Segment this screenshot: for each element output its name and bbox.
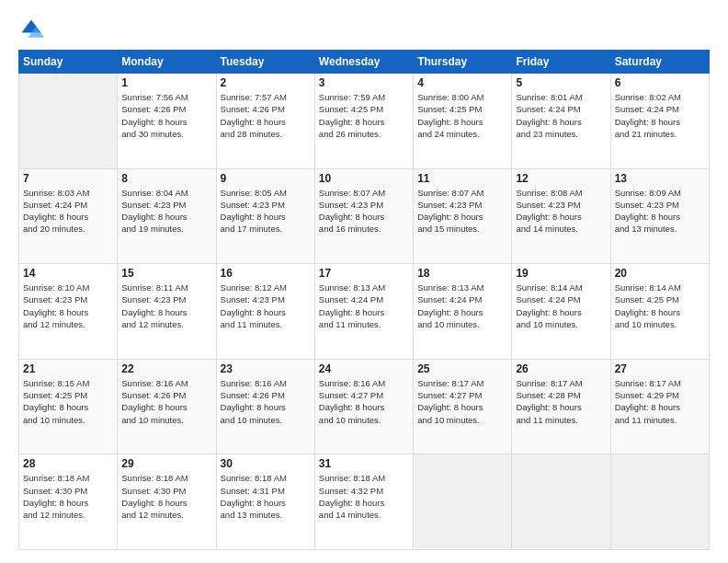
calendar-cell: 17Sunrise: 8:13 AM Sunset: 4:24 PM Dayli… bbox=[314, 264, 413, 360]
header bbox=[18, 17, 710, 42]
calendar-cell: 21Sunrise: 8:15 AM Sunset: 4:25 PM Dayli… bbox=[19, 359, 118, 454]
calendar-cell: 27Sunrise: 8:17 AM Sunset: 4:29 PM Dayli… bbox=[610, 359, 709, 454]
day-info: Sunrise: 8:07 AM Sunset: 4:23 PM Dayligh… bbox=[319, 187, 409, 236]
day-info: Sunrise: 8:08 AM Sunset: 4:23 PM Dayligh… bbox=[516, 187, 606, 236]
calendar-week-row: 14Sunrise: 8:10 AM Sunset: 4:23 PM Dayli… bbox=[19, 264, 710, 360]
day-number: 17 bbox=[319, 267, 409, 280]
day-number: 6 bbox=[615, 76, 705, 89]
day-number: 25 bbox=[417, 362, 507, 375]
calendar-cell: 31Sunrise: 8:18 AM Sunset: 4:32 PM Dayli… bbox=[314, 454, 413, 550]
day-info: Sunrise: 8:16 AM Sunset: 4:26 PM Dayligh… bbox=[221, 377, 311, 426]
calendar-cell bbox=[19, 74, 118, 169]
calendar-cell: 12Sunrise: 8:08 AM Sunset: 4:23 PM Dayli… bbox=[512, 168, 610, 264]
calendar-cell: 11Sunrise: 8:07 AM Sunset: 4:23 PM Dayli… bbox=[414, 168, 512, 264]
calendar-cell: 2Sunrise: 7:57 AM Sunset: 4:26 PM Daylig… bbox=[216, 74, 314, 169]
logo bbox=[18, 17, 48, 42]
calendar-cell: 24Sunrise: 8:16 AM Sunset: 4:27 PM Dayli… bbox=[314, 359, 413, 454]
logo-icon bbox=[18, 17, 44, 42]
day-number: 13 bbox=[615, 172, 705, 185]
day-info: Sunrise: 8:03 AM Sunset: 4:24 PM Dayligh… bbox=[23, 187, 113, 236]
day-info: Sunrise: 8:15 AM Sunset: 4:25 PM Dayligh… bbox=[23, 377, 113, 426]
day-info: Sunrise: 8:11 AM Sunset: 4:23 PM Dayligh… bbox=[121, 282, 211, 330]
calendar-header-row: SundayMondayTuesdayWednesdayThursdayFrid… bbox=[19, 51, 710, 74]
day-number: 1 bbox=[121, 76, 211, 89]
calendar-cell: 1Sunrise: 7:56 AM Sunset: 4:26 PM Daylig… bbox=[118, 74, 216, 169]
calendar-cell bbox=[610, 454, 709, 550]
day-info: Sunrise: 8:07 AM Sunset: 4:23 PM Dayligh… bbox=[417, 187, 507, 236]
calendar-col-header: Sunday bbox=[19, 51, 118, 74]
day-number: 23 bbox=[221, 362, 311, 375]
day-number: 9 bbox=[221, 172, 311, 185]
day-info: Sunrise: 8:18 AM Sunset: 4:30 PM Dayligh… bbox=[121, 472, 211, 521]
day-info: Sunrise: 7:56 AM Sunset: 4:26 PM Dayligh… bbox=[121, 91, 211, 140]
day-number: 10 bbox=[319, 172, 409, 185]
calendar-cell: 9Sunrise: 8:05 AM Sunset: 4:23 PM Daylig… bbox=[216, 168, 314, 264]
day-info: Sunrise: 8:18 AM Sunset: 4:31 PM Dayligh… bbox=[221, 472, 311, 521]
day-info: Sunrise: 8:17 AM Sunset: 4:28 PM Dayligh… bbox=[516, 377, 606, 426]
calendar-cell: 19Sunrise: 8:14 AM Sunset: 4:24 PM Dayli… bbox=[512, 264, 610, 360]
day-info: Sunrise: 8:02 AM Sunset: 4:24 PM Dayligh… bbox=[615, 91, 705, 140]
calendar-cell: 20Sunrise: 8:14 AM Sunset: 4:25 PM Dayli… bbox=[610, 264, 709, 360]
calendar-col-header: Thursday bbox=[414, 51, 512, 74]
day-info: Sunrise: 8:14 AM Sunset: 4:24 PM Dayligh… bbox=[516, 282, 606, 330]
day-info: Sunrise: 8:01 AM Sunset: 4:24 PM Dayligh… bbox=[516, 91, 606, 140]
calendar-col-header: Saturday bbox=[610, 51, 709, 74]
day-number: 18 bbox=[417, 267, 507, 280]
day-number: 29 bbox=[121, 457, 211, 470]
calendar-col-header: Monday bbox=[118, 51, 216, 74]
calendar-cell: 5Sunrise: 8:01 AM Sunset: 4:24 PM Daylig… bbox=[512, 74, 610, 169]
calendar-week-row: 28Sunrise: 8:18 AM Sunset: 4:30 PM Dayli… bbox=[19, 454, 710, 550]
calendar-cell: 13Sunrise: 8:09 AM Sunset: 4:23 PM Dayli… bbox=[610, 168, 709, 264]
calendar-cell bbox=[414, 454, 512, 550]
day-number: 15 bbox=[121, 267, 211, 280]
day-info: Sunrise: 7:57 AM Sunset: 4:26 PM Dayligh… bbox=[221, 91, 311, 140]
day-info: Sunrise: 8:05 AM Sunset: 4:23 PM Dayligh… bbox=[221, 187, 311, 236]
day-number: 2 bbox=[221, 76, 311, 89]
day-info: Sunrise: 8:09 AM Sunset: 4:23 PM Dayligh… bbox=[615, 187, 705, 236]
day-info: Sunrise: 8:17 AM Sunset: 4:29 PM Dayligh… bbox=[615, 377, 705, 426]
day-number: 12 bbox=[516, 172, 606, 185]
calendar-cell: 26Sunrise: 8:17 AM Sunset: 4:28 PM Dayli… bbox=[512, 359, 610, 454]
day-info: Sunrise: 8:18 AM Sunset: 4:32 PM Dayligh… bbox=[319, 472, 409, 521]
calendar-col-header: Wednesday bbox=[314, 51, 413, 74]
calendar-col-header: Tuesday bbox=[216, 51, 314, 74]
day-info: Sunrise: 8:04 AM Sunset: 4:23 PM Dayligh… bbox=[121, 187, 211, 236]
day-info: Sunrise: 8:00 AM Sunset: 4:25 PM Dayligh… bbox=[417, 91, 507, 140]
day-info: Sunrise: 8:10 AM Sunset: 4:23 PM Dayligh… bbox=[23, 282, 113, 330]
day-number: 21 bbox=[23, 362, 113, 375]
day-info: Sunrise: 8:13 AM Sunset: 4:24 PM Dayligh… bbox=[319, 282, 409, 330]
calendar-cell: 28Sunrise: 8:18 AM Sunset: 4:30 PM Dayli… bbox=[19, 454, 118, 550]
calendar-cell: 25Sunrise: 8:17 AM Sunset: 4:27 PM Dayli… bbox=[414, 359, 512, 454]
calendar-cell: 22Sunrise: 8:16 AM Sunset: 4:26 PM Dayli… bbox=[118, 359, 216, 454]
day-number: 7 bbox=[23, 172, 113, 185]
day-info: Sunrise: 8:13 AM Sunset: 4:24 PM Dayligh… bbox=[417, 282, 507, 330]
calendar-cell bbox=[512, 454, 610, 550]
calendar-table: SundayMondayTuesdayWednesdayThursdayFrid… bbox=[18, 50, 710, 550]
day-number: 5 bbox=[516, 76, 606, 89]
calendar-cell: 6Sunrise: 8:02 AM Sunset: 4:24 PM Daylig… bbox=[610, 74, 709, 169]
day-number: 26 bbox=[516, 362, 606, 375]
calendar-cell: 15Sunrise: 8:11 AM Sunset: 4:23 PM Dayli… bbox=[118, 264, 216, 360]
calendar-cell: 29Sunrise: 8:18 AM Sunset: 4:30 PM Dayli… bbox=[118, 454, 216, 550]
day-info: Sunrise: 8:16 AM Sunset: 4:27 PM Dayligh… bbox=[319, 377, 409, 426]
day-info: Sunrise: 7:59 AM Sunset: 4:25 PM Dayligh… bbox=[319, 91, 409, 140]
page: SundayMondayTuesdayWednesdayThursdayFrid… bbox=[0, 0, 728, 563]
day-number: 30 bbox=[221, 457, 311, 470]
day-info: Sunrise: 8:18 AM Sunset: 4:30 PM Dayligh… bbox=[23, 472, 113, 521]
calendar-cell: 18Sunrise: 8:13 AM Sunset: 4:24 PM Dayli… bbox=[414, 264, 512, 360]
day-number: 4 bbox=[417, 76, 507, 89]
calendar-cell: 23Sunrise: 8:16 AM Sunset: 4:26 PM Dayli… bbox=[216, 359, 314, 454]
day-number: 22 bbox=[121, 362, 211, 375]
calendar-week-row: 1Sunrise: 7:56 AM Sunset: 4:26 PM Daylig… bbox=[19, 74, 710, 169]
day-number: 14 bbox=[23, 267, 113, 280]
day-number: 19 bbox=[516, 267, 606, 280]
day-info: Sunrise: 8:12 AM Sunset: 4:23 PM Dayligh… bbox=[221, 282, 311, 330]
day-number: 11 bbox=[417, 172, 507, 185]
day-number: 28 bbox=[23, 457, 113, 470]
calendar-week-row: 7Sunrise: 8:03 AM Sunset: 4:24 PM Daylig… bbox=[19, 168, 710, 264]
day-number: 27 bbox=[615, 362, 705, 375]
calendar-cell: 7Sunrise: 8:03 AM Sunset: 4:24 PM Daylig… bbox=[19, 168, 118, 264]
calendar-week-row: 21Sunrise: 8:15 AM Sunset: 4:25 PM Dayli… bbox=[19, 359, 710, 454]
calendar-cell: 10Sunrise: 8:07 AM Sunset: 4:23 PM Dayli… bbox=[314, 168, 413, 264]
day-number: 3 bbox=[319, 76, 409, 89]
